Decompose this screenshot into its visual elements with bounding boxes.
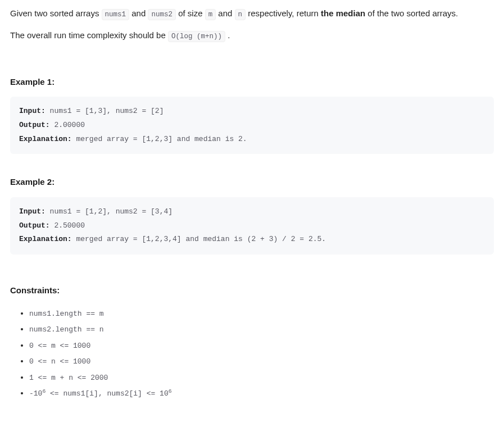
output-value: 2.50000 — [50, 221, 85, 230]
input-label: Input: — [19, 107, 46, 115]
constraint-item: nums1.length == m — [29, 306, 494, 321]
code-n: n — [235, 9, 246, 20]
exponent: 6 — [169, 388, 172, 394]
constraint-item: 1 <= m + n <= 2000 — [29, 370, 494, 385]
code-nums1: nums1 — [102, 9, 130, 20]
text: and — [216, 8, 234, 18]
example1-title: Example 1: — [10, 75, 494, 89]
constraint-item: nums2.length == n — [29, 321, 494, 337]
text: . — [225, 30, 230, 40]
input-value: nums1 = [1,3], nums2 = [2] — [46, 107, 164, 115]
output-label: Output: — [19, 221, 50, 230]
output-label: Output: — [19, 121, 50, 129]
input-label: Input: — [19, 207, 46, 216]
constraint-item: 0 <= n <= 1000 — [29, 353, 494, 369]
explanation-value: merged array = [1,2,3,4] and median is (… — [72, 235, 326, 243]
text: Given two sorted arrays — [10, 8, 102, 18]
output-value: 2.00000 — [50, 121, 85, 129]
constraint-item: 0 <= m <= 1000 — [29, 338, 494, 353]
text: <= nums1[i], nums2[i] <= 10 — [46, 389, 168, 398]
text: -10 — [29, 389, 42, 398]
problem-statement-line2: The overall run time complexity should b… — [10, 29, 494, 43]
code-m: m — [205, 9, 216, 20]
bold-median: the median — [321, 8, 365, 18]
text: and — [129, 8, 148, 18]
example2-title: Example 2: — [10, 175, 494, 189]
code-nums2: nums2 — [148, 9, 176, 20]
input-value: nums1 = [1,2], nums2 = [3,4] — [46, 207, 172, 216]
constraints-list: nums1.length == m nums2.length == n 0 <=… — [10, 306, 494, 402]
text: of the two sorted arrays. — [365, 8, 458, 18]
constraint-item: -106 <= nums1[i], nums2[i] <= 106 — [29, 385, 494, 401]
example2-block: Input: nums1 = [1,2], nums2 = [3,4] Outp… — [10, 197, 494, 255]
problem-statement-line1: Given two sorted arrays nums1 and nums2 … — [10, 7, 494, 21]
example1-block: Input: nums1 = [1,3], nums2 = [2] Output… — [10, 97, 494, 154]
code-complexity: O(log (m+n)) — [168, 31, 225, 42]
explanation-label: Explanation: — [19, 235, 72, 243]
text: respectively, return — [246, 8, 321, 18]
explanation-label: Explanation: — [19, 135, 72, 143]
constraints-title: Constraints: — [10, 284, 494, 298]
text: The overall run time complexity should b… — [10, 30, 168, 40]
explanation-value: merged array = [1,2,3] and median is 2. — [72, 135, 247, 143]
text: of size — [176, 8, 205, 18]
